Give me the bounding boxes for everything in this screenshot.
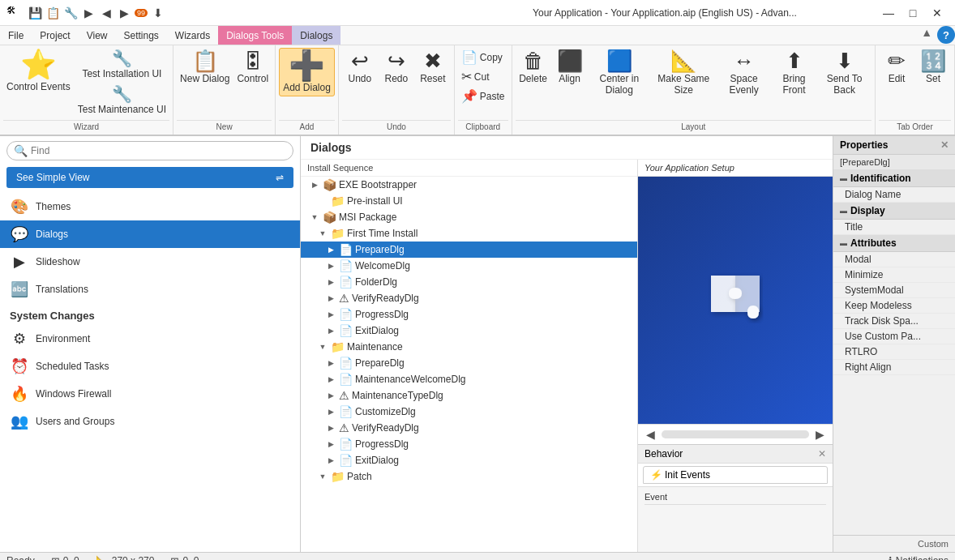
close-button[interactable]: ✕ — [926, 4, 949, 22]
menu-settings[interactable]: Settings — [116, 26, 167, 45]
tree-node-maintenance[interactable]: ▼ 📁 Maintenance — [301, 339, 637, 355]
simple-view-button[interactable]: See Simple View ⇌ — [6, 167, 293, 188]
send-back-button[interactable]: ⬇ Send To Back — [817, 48, 871, 99]
tree-node-verify-ready-dlg[interactable]: ▶ ⚠ VerifyReadyDlg — [301, 290, 637, 306]
preview-next-button[interactable]: ▶ — [812, 427, 828, 442]
identification-section[interactable]: ▬ Identification — [833, 170, 955, 187]
control-button[interactable]: 🎛 Control — [233, 48, 272, 87]
reset-button[interactable]: ✖ Reset — [415, 48, 451, 87]
delete-button[interactable]: 🗑 Delete — [516, 48, 551, 87]
tb-icon-7[interactable]: ⬇ — [151, 6, 165, 20]
nav-slideshow[interactable]: ▶ Slideshow — [0, 248, 300, 276]
menu-bar: File Project View Settings Wizards Dialo… — [0, 26, 955, 45]
tree-node-maint-welcome-dlg[interactable]: ▶ 📄 MaintenanceWelcomeDlg — [301, 371, 637, 387]
redo-button[interactable]: ↪ Redo — [379, 48, 414, 87]
tree-node-maint-verify-dlg[interactable]: ▶ ⚠ VerifyReadyDlg — [301, 420, 637, 436]
tb-icon-2[interactable]: 📋 — [45, 6, 60, 20]
status-coords-2: ⊞ 0, 0 — [170, 555, 199, 560]
search-box[interactable]: 🔍 — [6, 141, 293, 160]
prop-minimize[interactable]: Minimize — [833, 267, 955, 283]
tb-icon-4[interactable]: ▶ — [81, 6, 96, 20]
copy-button[interactable]: 📄Copy — [458, 48, 508, 66]
menu-dialogs-tools[interactable]: Dialogs Tools — [218, 26, 292, 45]
edit-tab-order-button[interactable]: ✏ Edit — [879, 48, 914, 87]
prop-track-disk[interactable]: Track Disk Spa... — [833, 314, 955, 329]
maximize-button[interactable]: □ — [901, 4, 924, 22]
status-notifications[interactable]: ℹ Notifications — [889, 555, 949, 560]
nav-users-groups[interactable]: 👥 Users and Groups — [0, 408, 300, 435]
tb-icon-5[interactable]: ◀ — [99, 6, 113, 20]
preview-image — [638, 177, 833, 424]
nav-windows-firewall[interactable]: 🔥 Windows Firewall — [0, 380, 300, 408]
attributes-section[interactable]: ▬ Attributes — [833, 235, 955, 252]
add-dialog-button[interactable]: ➕ Add Dialog — [279, 48, 335, 96]
puzzle-icon — [695, 259, 776, 340]
tree-node-exe-bootstrapper[interactable]: ▶ 📦 EXE Bootstrapper — [301, 177, 637, 193]
tree-node-preinstall-ui[interactable]: 📁 Pre-install UI — [301, 193, 637, 209]
tree-node-prepare-dlg[interactable]: ▶ 📄 PrepareDlg — [301, 242, 637, 258]
tree-node-maint-type-dlg[interactable]: ▶ ⚠ MaintenanceTypeDlg — [301, 387, 637, 404]
nav-translations[interactable]: 🔤 Translations — [0, 276, 300, 303]
help-button[interactable]: ? — [937, 26, 955, 44]
save-icon[interactable]: 💾 — [28, 6, 42, 20]
center-dialog-button[interactable]: 🟦 Center in Dialog — [589, 48, 651, 99]
menu-wizards[interactable]: Wizards — [167, 26, 218, 45]
prop-rtlro[interactable]: RTLRO — [833, 344, 955, 360]
tree-node-progress-dlg[interactable]: ▶ 📄 ProgressDlg — [301, 306, 637, 323]
prop-systemmodal[interactable]: SystemModal — [833, 283, 955, 298]
status-size: 📐 370 x 270 — [96, 555, 155, 560]
window-controls: — □ ✕ — [877, 4, 949, 22]
tree-node-maint-prepare-dlg[interactable]: ▶ 📄 PrepareDlg — [301, 355, 637, 371]
properties-close-icon[interactable]: ✕ — [940, 139, 949, 151]
users-icon: 👥 — [10, 413, 29, 430]
paste-button[interactable]: 📌Paste — [458, 87, 508, 105]
preview-prev-button[interactable]: ◀ — [643, 427, 658, 442]
nav-scheduled-tasks[interactable]: ⏰ Scheduled Tasks — [0, 353, 300, 380]
init-events-tab[interactable]: ⚡ Init Events — [643, 466, 828, 484]
menu-file[interactable]: File — [0, 26, 32, 45]
menu-project[interactable]: Project — [32, 26, 78, 45]
tree-node-maint-progress-dlg[interactable]: ▶ 📄 ProgressDlg — [301, 436, 637, 452]
tree-node-first-time-install[interactable]: ▼ 📁 First Time Install — [301, 225, 637, 242]
behavior-close-icon[interactable]: ✕ — [818, 448, 826, 460]
expand-icon: ▶ — [309, 181, 320, 189]
control-events-button[interactable]: ⭐ Control Events — [3, 48, 74, 95]
ribbon-collapse-button[interactable]: ▲ — [921, 26, 932, 45]
nav-environment[interactable]: ⚙ Environment — [0, 325, 300, 353]
align-button[interactable]: ⬛ Align — [552, 48, 588, 87]
set-tab-order-button[interactable]: 🔢 Set — [915, 48, 951, 87]
menu-dialogs[interactable]: Dialogs — [292, 26, 340, 45]
menu-view[interactable]: View — [79, 26, 116, 45]
folder-icon: 📁 — [331, 470, 345, 483]
tb-icon-3[interactable]: 🔧 — [63, 6, 78, 20]
tree-node-patch[interactable]: ▼ 📁 Patch — [301, 468, 637, 485]
prop-keep-modeless[interactable]: Keep Modeless — [833, 298, 955, 314]
prop-title[interactable]: Title — [833, 220, 955, 235]
custom-label: Custom — [833, 535, 955, 552]
prop-custom-pa[interactable]: Use Custom Pa... — [833, 329, 955, 344]
prop-dialog-name[interactable]: Dialog Name — [833, 187, 955, 203]
cut-button[interactable]: ✂Cut — [458, 67, 508, 86]
tb-icon-6[interactable]: ▶ — [117, 6, 131, 20]
tree-node-maint-exit-dialog[interactable]: ▶ 📄 ExitDialog — [301, 452, 637, 468]
tree-node-msi-package[interactable]: ▼ 📦 MSI Package — [301, 209, 637, 225]
test-maintenance-button[interactable]: 🔧 Test Maintenance UI — [75, 83, 169, 118]
nav-dialogs[interactable]: 💬 Dialogs — [0, 220, 300, 248]
nav-themes[interactable]: 🎨 Themes — [0, 193, 300, 220]
space-evenly-button[interactable]: ↔ Space Evenly — [717, 48, 770, 99]
bring-front-button[interactable]: ⬆ Bring Front — [772, 48, 816, 99]
search-input[interactable] — [31, 145, 286, 156]
prop-right-align[interactable]: Right Align — [833, 360, 955, 375]
preview-scrollbar[interactable] — [662, 430, 809, 438]
tree-node-customize-dlg[interactable]: ▶ 📄 CustomizeDlg — [301, 404, 637, 420]
prop-modal[interactable]: Modal — [833, 252, 955, 267]
minimize-button[interactable]: — — [877, 4, 900, 22]
test-installation-button[interactable]: 🔧 Test Installation UI — [75, 48, 169, 82]
tree-node-exit-dialog[interactable]: ▶ 📄 ExitDialog — [301, 323, 637, 339]
tree-node-welcome-dlg[interactable]: ▶ 📄 WelcomeDlg — [301, 258, 637, 274]
display-section[interactable]: ▬ Display — [833, 203, 955, 220]
undo-button[interactable]: ↩ Undo — [342, 48, 378, 87]
new-dialog-button[interactable]: 📋 New Dialog — [177, 48, 233, 87]
make-same-size-button[interactable]: 📐 Make Same Size — [651, 48, 716, 99]
tree-node-folder-dlg[interactable]: ▶ 📄 FolderDlg — [301, 274, 637, 290]
